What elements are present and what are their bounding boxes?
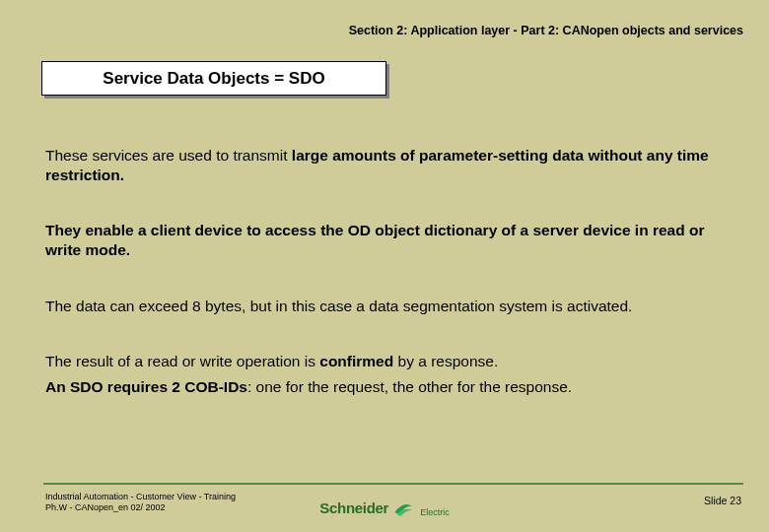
footer-left: Industrial Automation - Customer View - … bbox=[45, 492, 236, 514]
p1-text: These services are used to transmit bbox=[45, 147, 292, 164]
footer-line2: Ph.W - CANopen_en 02/ 2002 bbox=[45, 502, 236, 514]
p2-text: They enable a client device to access th… bbox=[45, 222, 704, 258]
paragraph-2: They enable a client device to access th… bbox=[45, 221, 724, 260]
logo-sub-text: Electric bbox=[420, 507, 450, 517]
p5-post: : one for the request, the other for the… bbox=[247, 378, 572, 395]
paragraph-5: An SDO requires 2 COB-IDs: one for the r… bbox=[45, 377, 724, 397]
p5-bold: An SDO requires 2 COB-IDs bbox=[45, 378, 247, 395]
p3-text: The data can exceed 8 bytes, but in this… bbox=[45, 298, 632, 314]
p4-pre: The result of a read or write operation … bbox=[45, 353, 319, 369]
footer-rule bbox=[43, 483, 743, 485]
slide-body: These services are used to transmit larg… bbox=[45, 146, 724, 432]
p4-bold: confirmed bbox=[319, 353, 393, 369]
footer-line1: Industrial Automation - Customer View - … bbox=[45, 492, 236, 503]
section-header: Section 2: Application layer - Part 2: C… bbox=[349, 24, 743, 37]
paragraph-1: These services are used to transmit larg… bbox=[45, 146, 724, 185]
paragraph-4: The result of a read or write operation … bbox=[45, 352, 724, 371]
p4-post: by a response. bbox=[393, 353, 498, 369]
title-box: Service Data Objects = SDO bbox=[41, 61, 386, 96]
logo-main-text: Schneider bbox=[319, 499, 388, 516]
logo-swoosh-icon bbox=[392, 497, 414, 518]
paragraph-3: The data can exceed 8 bytes, but in this… bbox=[45, 297, 724, 316]
title-box-inner: Service Data Objects = SDO bbox=[41, 61, 386, 96]
slide-number: Slide 23 bbox=[704, 495, 741, 506]
company-logo: Schneider Electric bbox=[319, 497, 449, 518]
slide-title: Service Data Objects = SDO bbox=[103, 69, 324, 89]
